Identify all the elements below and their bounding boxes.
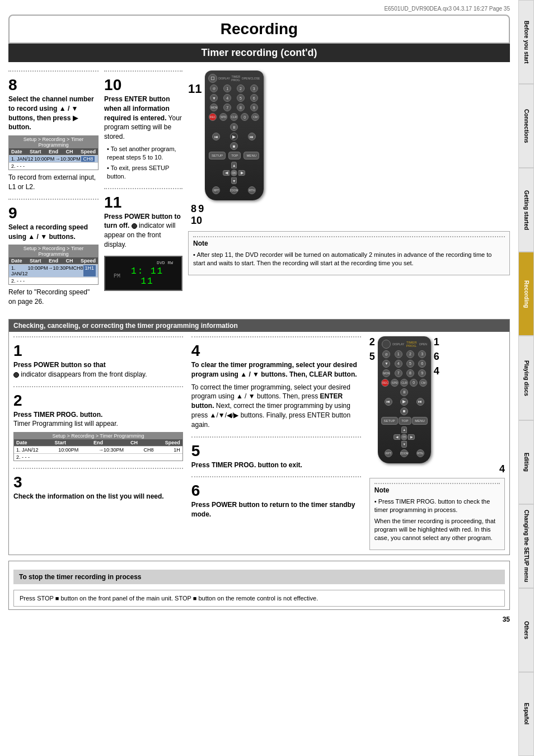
nav-enter-button[interactable]: OK [231,170,237,176]
btn-menu-list[interactable]: MENU [243,152,259,159]
tab-espanol[interactable]: Español [518,672,534,756]
note-check-title: Note [374,483,500,495]
btn2-cm[interactable]: CM [419,379,427,387]
nav-up-button[interactable]: ▲ [231,162,237,168]
step-10-number: 10 [104,77,182,93]
check-step-5-desc: Press TIMER PROG. button to exit. [191,461,361,470]
btn-9-wxyz[interactable]: 9 [250,104,258,111]
btn-speed[interactable]: SPD [219,113,227,121]
btn2-pause[interactable]: ⏸ [400,388,408,396]
tab-playing-discs[interactable]: Playing discs [518,336,534,420]
btn2-6[interactable]: 6 [418,360,426,368]
btn-fwd[interactable]: ⏭ [248,133,256,140]
nav2-right[interactable]: ▶ [408,434,415,440]
page-title: Recording [14,20,504,38]
btn-repeat[interactable]: RPT [212,186,220,194]
rec-button[interactable]: REC [209,113,217,121]
btn-cm-skip[interactable]: CM [251,113,259,121]
btn2-at[interactable]: @ [382,350,390,358]
btn-ch-down[interactable]: ▼ [210,94,218,102]
btn-3-def[interactable]: 3 [250,84,258,92]
check-step-3-desc: Check the information on the list you wi… [13,492,183,501]
note-11-text: • After step 11, the DVD recorder will b… [193,251,505,268]
btn2-setup[interactable]: SETUP [381,417,398,425]
step-8-section: 8 Select the channel number to record us… [8,71,99,192]
tab-editing[interactable]: Editing [518,420,534,504]
btn2-mon[interactable]: MON [382,369,390,377]
btn-5[interactable]: 5 [237,94,245,102]
btn2-0[interactable]: 0 [410,379,418,387]
btn2-rev[interactable]: ⏮ [385,398,392,406]
tab-connections[interactable]: Connections [518,84,534,168]
btn-7-pqrs[interactable]: 7 [223,104,231,111]
btn-4[interactable]: 4 [223,94,231,102]
check-step-4-desc: To clear the timer programming, select y… [191,360,361,379]
btn2-1[interactable]: 1 [395,350,402,358]
btn-stop[interactable]: ■ [230,142,238,150]
btn-play[interactable]: ▶ [230,133,238,140]
btn2-9[interactable]: 9 [418,369,426,377]
stop-body: Press STOP ■ button on the front panel o… [13,590,505,607]
btn-rev[interactable]: ⏮ [212,133,220,140]
note-11-box: Note • After step 11, the DVD recorder w… [188,231,510,275]
btn-return[interactable]: RTN [248,186,256,194]
nav-down-button[interactable]: ▼ [231,177,237,184]
btn2-3[interactable]: 3 [418,350,426,358]
tab-before-you-start[interactable]: Before you start [518,0,534,84]
step-9-desc: Select a recording speed using ▲ / ▼ but… [8,223,99,242]
btn2-rec[interactable]: REC [381,379,389,387]
check-step-5: 5 Press TIMER PROG. button to exit. [191,436,361,470]
step-marker-11: 11 [188,82,202,96]
nav2-enter[interactable]: OK [401,434,407,440]
btn2-stop[interactable]: ■ [400,407,408,415]
check-marker-4c: 4 [499,463,505,475]
btn-top-menu[interactable]: TOP [228,152,241,159]
nav-right-button[interactable]: ▶ [238,170,245,176]
btn2-4[interactable]: 4 [395,360,402,368]
tab-getting-started[interactable]: Getting started [518,168,534,252]
btn-clear[interactable]: CLR [230,113,238,121]
tab-recording[interactable]: Recording [518,252,534,336]
btn2-spd[interactable]: SPD [391,379,399,387]
nav2-up[interactable]: ▲ [401,426,407,433]
btn2-top[interactable]: TOP [399,417,411,425]
btn-at[interactable]: @ [210,84,218,92]
btn2-return[interactable]: RTN [416,449,424,457]
power-btn-2[interactable] [382,340,391,349]
nav-cross: ▲ ▼ ◀ ▶ OK [223,162,245,184]
btn-2-abc[interactable]: 2 [237,84,245,92]
note-11-title: Note [193,236,505,248]
btn2-play[interactable]: ▶ [400,398,408,406]
btn2-ch[interactable]: ▼ [382,360,390,368]
side-tabs: Before you start Connections Getting sta… [518,0,534,756]
power-button[interactable] [208,74,217,83]
tab-others[interactable]: Others [518,588,534,672]
btn2-clr[interactable]: CLR [400,379,408,387]
check-step-4-desc2: To correct the timer programming, select… [191,383,361,430]
btn-pause[interactable]: ⏸ [230,123,238,131]
check-step-2-number: 2 [13,393,183,408]
btn-1[interactable]: 1 [223,84,231,92]
btn2-menu[interactable]: MENU [412,417,428,425]
nav2-left[interactable]: ◀ [394,434,400,440]
btn2-zoom[interactable]: ZOOM [400,449,408,457]
btn-0[interactable]: 0 [241,113,249,121]
tab-changing-setup[interactable]: Changing the SETUP menu [518,504,534,588]
step-9-section: 9 Select a recording speed using ▲ / ▼ b… [8,199,99,307]
btn2-2[interactable]: 2 [406,350,414,358]
btn2-repeat[interactable]: RPT [385,449,392,457]
checking-middle: 4 To clear the timer programming, select… [191,336,361,550]
btn2-fwd[interactable]: ⏭ [416,398,424,406]
btn2-8[interactable]: 8 [406,369,414,377]
check-step-6: 6 Press POWER button to return to the ti… [191,476,361,519]
btn-zoom[interactable]: ZOOM [230,186,238,194]
btn2-7[interactable]: 7 [395,369,402,377]
btn2-5[interactable]: 5 [406,360,414,368]
page-header: Recording [8,15,510,44]
nav-left-button[interactable]: ◀ [223,170,229,176]
btn-6[interactable]: 6 [250,94,258,102]
btn-monitor[interactable]: MON [210,104,218,111]
nav2-down[interactable]: ▼ [401,441,407,448]
btn-setup[interactable]: SETUP [209,152,226,159]
btn-8-tuv[interactable]: 8 [237,104,245,111]
